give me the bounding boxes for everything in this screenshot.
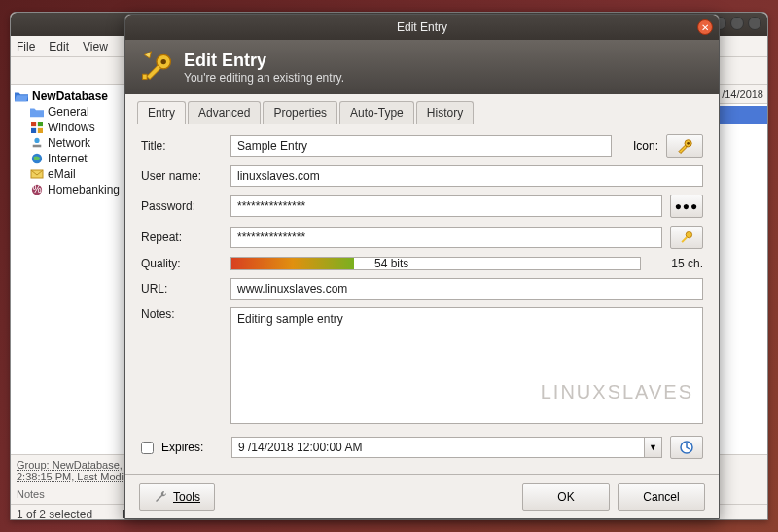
dialog-content: Title: Icon: User name: Password: ●●● Re… — [125, 124, 719, 474]
close-icon[interactable] — [748, 17, 761, 30]
quality-chars: 15 ch. — [649, 257, 703, 270]
notes-textarea[interactable] — [230, 307, 703, 424]
tree-item-network[interactable]: Network — [13, 135, 140, 151]
tab-advanced[interactable]: Advanced — [188, 101, 261, 124]
close-icon[interactable]: ✕ — [697, 19, 713, 35]
expires-preset-button[interactable] — [670, 436, 703, 459]
svg-point-15 — [687, 142, 690, 145]
svg-rect-16 — [679, 145, 687, 153]
svg-rect-2 — [31, 128, 36, 133]
wrench-icon — [154, 490, 167, 504]
key-gen-icon — [679, 230, 694, 245]
group-tree[interactable]: NewDatabase General Windows Network Inte… — [11, 85, 143, 454]
title-input[interactable] — [230, 135, 612, 157]
svg-rect-18 — [681, 236, 688, 243]
cancel-button[interactable]: Cancel — [618, 483, 705, 511]
tree-item-homebanking[interactable]: % Homebanking — [13, 182, 140, 197]
network-icon — [30, 137, 44, 149]
maximize-icon[interactable] — [730, 17, 744, 30]
svg-point-4 — [34, 138, 39, 143]
svg-rect-1 — [38, 122, 43, 126]
globe-icon — [30, 153, 44, 164]
username-input[interactable] — [230, 165, 703, 187]
svg-rect-13 — [143, 74, 148, 79]
icon-label: Icon: — [619, 139, 658, 153]
status-count: 1 of 2 selected — [17, 508, 92, 521]
folder-icon — [30, 106, 44, 118]
svg-rect-3 — [38, 128, 43, 133]
dialog-titlebar[interactable]: Edit Entry ✕ — [125, 15, 719, 40]
reveal-password-button[interactable]: ●●● — [670, 195, 703, 218]
tree-root[interactable]: NewDatabase — [13, 89, 140, 104]
tree-item-email[interactable]: eMail — [13, 166, 140, 182]
folder-open-icon — [15, 90, 28, 102]
key-icon — [676, 137, 693, 155]
tree-item-general[interactable]: General — [13, 104, 140, 120]
quality-meter: 54 bits — [230, 257, 641, 270]
menu-file[interactable]: File — [17, 40, 35, 53]
svg-rect-12 — [147, 65, 161, 80]
chevron-down-icon[interactable]: ▼ — [645, 437, 662, 458]
dialog-header: Edit Entry You're editing an existing en… — [125, 40, 719, 94]
quality-label: Quality: — [141, 257, 223, 270]
notes-label: Notes: — [141, 307, 223, 424]
svg-point-17 — [686, 231, 691, 237]
quality-bits: 54 bits — [374, 257, 408, 270]
expires-label: Expires: — [161, 441, 224, 454]
tab-autotype[interactable]: Auto-Type — [339, 101, 414, 124]
repeat-label: Repeat: — [141, 231, 223, 244]
clock-icon — [680, 441, 693, 454]
svg-point-11 — [161, 59, 166, 64]
edit-entry-dialog: Edit Entry ✕ Edit Entry You're editing a… — [124, 14, 720, 519]
banking-icon: % — [30, 184, 44, 195]
icon-picker-button[interactable] — [666, 134, 703, 158]
generate-password-button[interactable] — [670, 226, 703, 249]
expires-checkbox[interactable] — [141, 442, 154, 454]
email-icon — [30, 168, 44, 180]
username-label: User name: — [141, 169, 223, 183]
repeat-input[interactable] — [230, 227, 662, 248]
password-label: Password: — [141, 199, 223, 213]
url-label: URL: — [141, 282, 223, 296]
tree-item-internet[interactable]: Internet — [13, 151, 140, 166]
header-subtitle: You're editing an existing entry. — [184, 71, 344, 85]
password-input[interactable] — [230, 195, 662, 217]
url-input[interactable] — [230, 278, 703, 300]
svg-text:%: % — [32, 184, 41, 195]
dialog-tabs: Entry Advanced Properties Auto-Type Hist… — [125, 94, 719, 124]
tree-item-windows[interactable]: Windows — [13, 120, 140, 135]
menu-edit[interactable]: Edit — [49, 40, 69, 53]
dialog-footer: Tools OK Cancel — [125, 474, 719, 518]
header-title: Edit Entry — [184, 51, 344, 71]
ok-button[interactable]: OK — [522, 483, 610, 511]
svg-rect-5 — [33, 145, 42, 148]
expires-date-input[interactable] — [231, 437, 645, 458]
tab-entry[interactable]: Entry — [137, 101, 186, 124]
windows-icon — [30, 122, 44, 133]
menu-view[interactable]: View — [83, 40, 108, 53]
dialog-title: Edit Entry — [397, 20, 447, 34]
svg-rect-0 — [31, 122, 36, 126]
tab-properties[interactable]: Properties — [263, 101, 337, 124]
title-label: Title: — [141, 139, 223, 153]
tools-button[interactable]: Tools — [139, 483, 215, 511]
list-col-date: /14/2018 — [722, 89, 763, 100]
key-icon — [139, 50, 174, 85]
tab-history[interactable]: History — [416, 101, 474, 124]
